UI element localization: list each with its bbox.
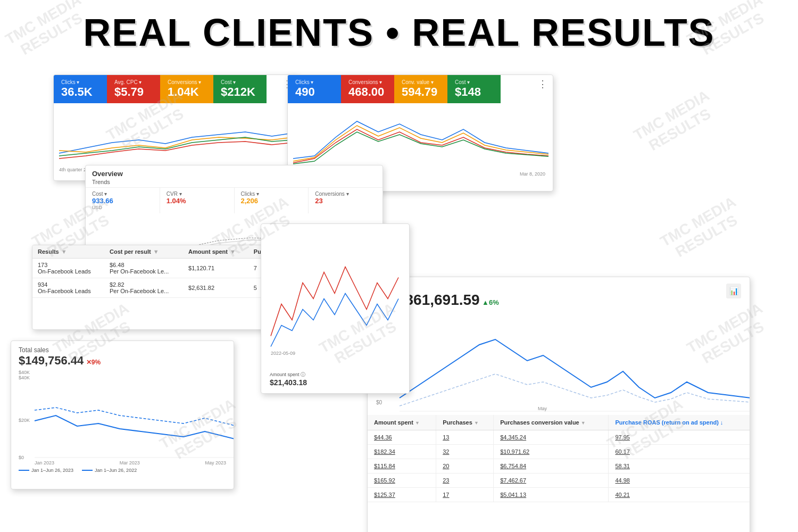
cell-purchases-r1: 13: [436, 430, 494, 445]
trend-conv-value: 23: [315, 197, 376, 205]
metric-convval-2: Conv. value ▾ 594.79: [394, 75, 447, 103]
x-labels-small: Jan 2023 Mar 2023 May 2023: [27, 460, 234, 466]
cell-conv-r3: $6,754.84: [494, 459, 609, 473]
trend-cost: Cost ▾ 933.66 USD: [86, 188, 160, 213]
table-row: $125.37 17 $5,041.13 40.21: [368, 488, 750, 502]
cell-cpr-2: $2.82 Per On-Facebook Le...: [104, 278, 183, 298]
x-label-may: May 2023: [205, 460, 226, 466]
spark-inner: 2022-05-09 Amount spent ⓘ $21,403.18: [261, 224, 409, 393]
google-metrics-1: Clicks ▾ 36.5K Avg. CPC ▾ $5.79 Conversi…: [54, 75, 297, 103]
col-results[interactable]: Results▼: [32, 245, 104, 259]
cell-results-1: 173 On-Facebook Leads: [32, 259, 104, 278]
google-metrics-2: Clicks ▾ 490 Conversions ▾ 468.00 Conv. …: [288, 75, 553, 103]
cell-spent-r1: $44.36: [368, 430, 436, 445]
col-amount-spent[interactable]: Amount spent▼: [183, 245, 248, 259]
metric-clicks-value-2: 490: [295, 85, 334, 99]
spark-amounts: Amount spent ⓘ $21,403.18: [265, 369, 405, 389]
svg-text:May: May: [538, 406, 547, 411]
col-purchases-lg[interactable]: Purchases ▼: [436, 415, 494, 430]
legend-2023: Jan 1–Jun 26, 2023: [19, 468, 73, 473]
col-amount-spent-lg[interactable]: Amount spent ▼: [368, 415, 436, 430]
spark-label: Amount spent ⓘ: [270, 371, 401, 378]
trend-cost-sub: USD: [92, 205, 153, 210]
legend-line-2022: [82, 470, 93, 471]
cell-roas-r3: 58.31: [609, 459, 750, 473]
trend-cvr-value: 1.04%: [167, 197, 228, 205]
page-title: REAL CLIENTS • REAL RESULTS: [0, 0, 798, 54]
spark-chart-card: 2022-05-09 Amount spent ⓘ $21,403.18: [261, 223, 410, 394]
col-roas-lg[interactable]: Purchase ROAS (return on ad spend) ↓: [609, 415, 750, 430]
bar-chart-icon[interactable]: 📊: [726, 284, 741, 298]
sales-large-card: Total sales $10,361,691.59 ▲6% 📊 $400K $…: [367, 277, 750, 532]
trends-label: Trends: [86, 179, 383, 187]
sales-small-chart: $40K $20K $0: [11, 375, 234, 460]
cell-results-2: 934 On-Facebook Leads: [32, 278, 104, 298]
cell-spent-r3: $115.84: [368, 459, 436, 473]
sales-large-chart: $400K $200K $0 May: [368, 309, 750, 415]
metric-clicks-value-1: 36.5K: [61, 85, 99, 99]
y-label-40k: $40K: [19, 370, 30, 375]
legend-2022: Jan 1–Jun 26, 2022: [82, 468, 137, 473]
legend-label-2022: Jan 1–Jun 26, 2022: [95, 468, 137, 473]
metric-convval-value-2: 594.79: [402, 85, 440, 99]
metric-conv-2: Conversions ▾ 468.00: [341, 75, 394, 103]
cell-purchases-r3: 20: [436, 459, 494, 473]
metric-cpc-1: Avg. CPC ▾ $5.79: [107, 75, 160, 103]
table-row: $115.84 20 $6,754.84 58.31: [368, 459, 750, 473]
col-cost-per-result[interactable]: Cost per result▼: [104, 245, 183, 259]
metric-cost-value-1: $212K: [221, 85, 259, 99]
metric-cost-label-2: Cost ▾: [455, 79, 493, 85]
legend-label-2023: Jan 1–Jun 26, 2023: [31, 468, 73, 473]
col-conv-value-lg[interactable]: Purchases conversion value ▼: [494, 415, 609, 430]
card-menu-dots-2[interactable]: ⋮: [538, 78, 547, 90]
overview-title: Overview: [86, 165, 383, 179]
y-label-40k-2: $40K: [19, 375, 30, 380]
metric-conv-label-1: Conversions ▾: [168, 79, 206, 85]
sales-small-change: ✕9%: [86, 359, 101, 366]
sales-small-amount: $149,756.44: [19, 354, 84, 367]
y-label-0: $0: [19, 455, 24, 460]
trend-cvr-label: CVR ▾: [167, 191, 228, 197]
table-row: $165.92 23 $7,462.67 44.98: [368, 473, 750, 488]
metric-conv-value-1: 1.04K: [168, 85, 206, 99]
sales-small-header: Total sales $149,756.44 ✕9%: [11, 341, 234, 368]
cell-spent-r4: $165.92: [368, 473, 436, 488]
metric-clicks-label-1: Clicks ▾: [61, 79, 99, 85]
sales-legend: Jan 1–Jun 26, 2023 Jan 1–Jun 26, 2022: [11, 466, 234, 475]
metric-clicks-1: Clicks ▾ 36.5K: [54, 75, 107, 103]
metric-clicks-label-2: Clicks ▾: [295, 79, 334, 85]
metric-cost-1: Cost ▾ $212K: [213, 75, 267, 103]
cell-conv-r2: $10,971.62: [494, 445, 609, 459]
trend-clicks: Clicks ▾ 2,206: [235, 188, 309, 213]
trend-clicks-value: 2,206: [241, 197, 302, 205]
metric-conversions-1: Conversions ▾ 1.04K: [160, 75, 213, 103]
cell-roas-r5: 40.21: [609, 488, 750, 502]
metric-clicks-2: Clicks ▾ 490: [288, 75, 341, 103]
cell-spent-r5: $125.37: [368, 488, 436, 502]
sparkline-1: 4th quarter 2019: [54, 103, 297, 167]
sales-small-title: Total sales: [19, 346, 226, 354]
svg-text:2022-05-09: 2022-05-09: [271, 351, 295, 356]
table-row: $182.34 32 $10,971.62 60.17: [368, 445, 750, 459]
metric-cost-label-1: Cost ▾: [221, 79, 259, 85]
spark-value: $21,403.18: [270, 378, 401, 387]
cell-conv-r4: $7,462.67: [494, 473, 609, 488]
metric-conv-label-2: Conversions ▾: [348, 79, 387, 85]
x-label-jan: Jan 2023: [35, 460, 54, 466]
sales-small-card: Total sales $149,756.44 ✕9% $40K $40K $2…: [11, 340, 234, 489]
cell-roas-r1: 97.95: [609, 430, 750, 445]
cell-spent-1: $1,120.71: [183, 259, 248, 278]
metric-convval-label-2: Conv. value ▾: [402, 79, 440, 85]
table-row: $44.36 13 $4,345.24 97.95: [368, 430, 750, 445]
trend-conversions: Conversions ▾ 23: [309, 188, 383, 213]
trend-cvr: CVR ▾ 1.04%: [160, 188, 235, 213]
cell-conv-r1: $4,345.24: [494, 430, 609, 445]
metric-conv-value-2: 468.00: [348, 85, 387, 99]
cell-purchases-r5: 17: [436, 488, 494, 502]
trend-cost-label: Cost ▾: [92, 191, 153, 197]
cell-spent-r2: $182.34: [368, 445, 436, 459]
roas-table: Amount spent ▼ Purchases ▼ Purchases con…: [368, 415, 750, 502]
y-label-20k: $20K: [19, 418, 30, 423]
cell-purchases-r4: 23: [436, 473, 494, 488]
metric-cpc-value-1: $5.79: [114, 85, 153, 99]
